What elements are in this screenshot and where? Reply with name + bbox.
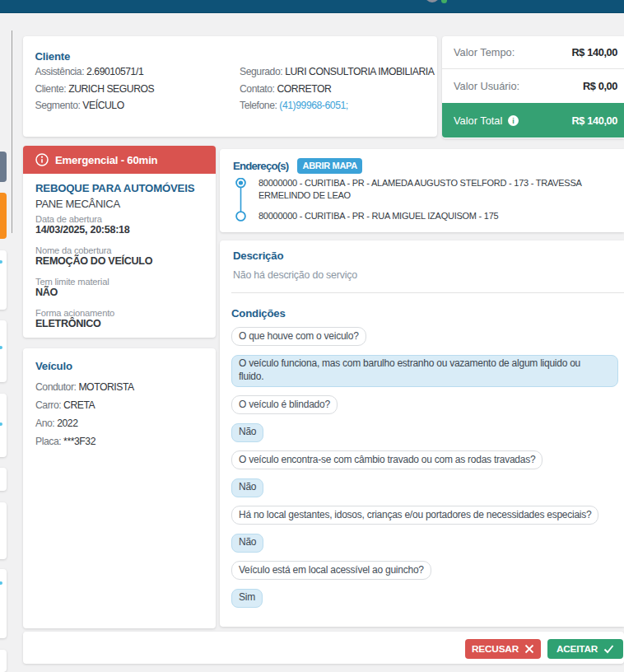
svg-text:i: i bbox=[513, 117, 515, 125]
